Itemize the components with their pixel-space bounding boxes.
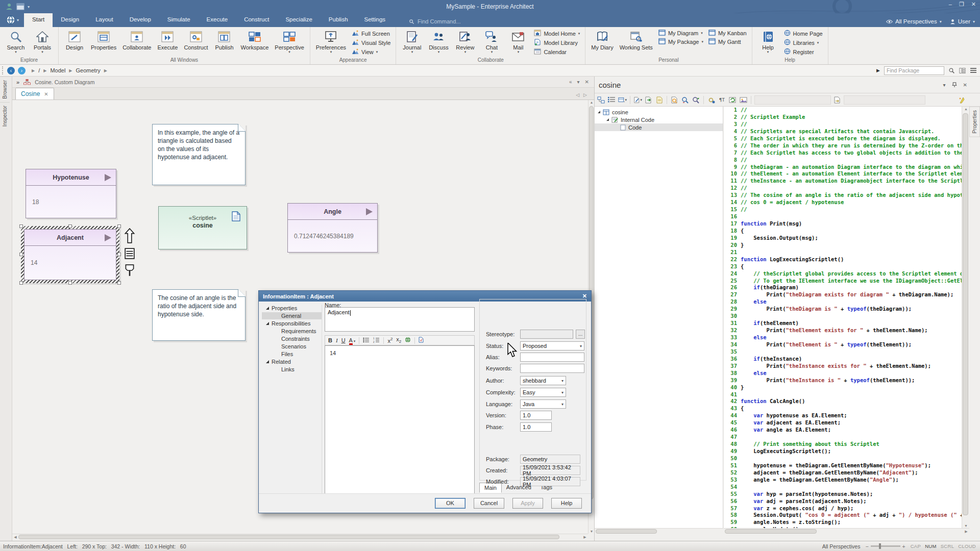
collapse-left-icon[interactable]: « [569,79,572,85]
merge-icon[interactable] [833,96,842,104]
ribbon-tab-settings[interactable]: Settings [356,13,394,27]
tab-cosine[interactable]: Cosine ✕ [15,88,54,99]
subscript-button[interactable]: x2 [396,336,401,344]
home-page-button[interactable]: Home Page [784,30,823,37]
element-hypotenuse[interactable]: Hypotenuse 18 [26,169,116,218]
author-field[interactable]: shebbard▾ [520,376,566,385]
dialog-tree-item-requirements[interactable]: Requirements [262,328,322,335]
my-gantt-button[interactable]: My Gantt [708,38,747,45]
code-editor[interactable]: 1//2// Scriptlet Example3//4// Scriptlet… [724,107,962,528]
preferences-button[interactable]: Preferences▾ [313,29,349,57]
code-horizontal-scrollbar[interactable]: ▶ [724,528,969,535]
help-button[interactable]: Help▾ [755,29,781,57]
my-kanban-button[interactable]: My Kanban [708,30,747,37]
tab-scroll-right-icon[interactable]: ▷ [583,92,587,97]
model-home-button[interactable]: Model Home▾ [534,30,580,37]
resize-handle[interactable] [19,253,23,256]
search-button[interactable]: Search▾ [3,29,29,57]
breadcrumb-item[interactable]: / [38,67,40,73]
full-screen-button[interactable]: Full Screen [352,30,390,37]
apply-button[interactable]: Apply [512,498,543,509]
keywords-field[interactable] [520,364,584,373]
dialog-tree-item-links[interactable]: Links [262,366,322,373]
search-options-icon[interactable] [959,67,966,74]
dialog-tree-item-responsibilities[interactable]: Responsibilities [262,320,322,327]
new-document-button[interactable] [419,337,424,344]
tree-expander-icon[interactable] [266,322,269,325]
stereotype-browse-button[interactable]: ... [576,330,585,339]
resize-handle[interactable] [117,224,121,228]
portals-button[interactable]: Portals▾ [30,29,55,57]
nav-forward-button[interactable]: › [18,67,26,74]
image-icon[interactable] [739,96,748,104]
breadcrumb-item[interactable]: Model [50,67,65,73]
mail-button[interactable]: Mail▾ [505,29,531,57]
caption-close-icon[interactable]: ✕ [585,79,589,85]
import-code-icon[interactable] [644,96,653,104]
code-tree-item-internal-code[interactable]: Internal Code [595,116,723,123]
collaborate-button[interactable]: Collaborate [120,29,154,57]
menu-icon[interactable] [970,67,977,73]
code-tree-item-cosine[interactable]: cosine [595,108,723,116]
ribbon-tab-develop[interactable]: Develop [121,13,159,27]
list-view-icon[interactable] [607,96,616,104]
perspectives-button[interactable]: All Perspectives▾ [886,18,942,24]
element-angle[interactable]: Angle 0.7124746245384189 [287,203,378,253]
calendar-button[interactable]: Calendar [534,48,580,56]
ribbon-tab-execute[interactable]: Execute [199,13,236,27]
tree-horizontal-scrollbar[interactable] [595,528,723,535]
chevron-overflow-icon[interactable]: » [16,79,19,85]
find-command[interactable] [409,18,484,24]
panel-dropdown-icon[interactable]: ▾ [943,82,946,88]
ribbon-tab-simulate[interactable]: Simulate [159,13,199,27]
inspector-vertical-tab[interactable]: Inspector [0,102,10,130]
stereotype-field[interactable] [520,330,573,339]
browser-vertical-tab[interactable]: Browser [0,77,10,102]
code-vertical-scrollbar[interactable]: ▲ ▼ [962,107,969,528]
dialog-tree-item-constraints[interactable]: Constraints [262,335,322,342]
ribbon-tab-layout[interactable]: Layout [87,13,121,27]
resize-handle[interactable] [19,281,23,285]
diagram-note[interactable]: In this example, the angle of a triangle… [152,124,246,185]
user-menu-button[interactable]: User▾ [950,18,975,24]
language-field[interactable]: Java▾ [520,399,566,409]
move-up-icon[interactable] [124,228,135,243]
ribbon-tab-publish[interactable]: Publish [321,13,356,27]
search-package-icon[interactable] [948,67,955,74]
dialog-tree-item-files[interactable]: Files [262,350,322,358]
bold-button[interactable]: B [328,337,332,343]
find-next-icon[interactable] [692,96,700,104]
version-field[interactable]: 1.0 [520,411,552,420]
underline-button[interactable]: U [341,337,346,343]
status-perspectives[interactable]: All Perspectives [822,543,861,549]
properties-button[interactable]: Properties [88,29,119,57]
canvas-horizontal-scrollbar[interactable]: ◀ ▶ [12,534,588,540]
document-icon[interactable] [655,96,664,104]
pin-icon[interactable] [124,264,135,277]
perspective-button[interactable]: Perspective▾ [272,29,306,57]
ribbon-tab-start[interactable]: Start [24,13,53,27]
find-in-document-icon[interactable] [670,96,679,104]
tree-expander-icon[interactable] [598,111,600,113]
status-field[interactable]: Proposed▾ [520,341,584,350]
chat-button[interactable]: Chat▾ [479,29,504,57]
italic-button[interactable]: I [336,337,338,343]
pin-panel-icon[interactable] [952,82,957,88]
resize-handle[interactable] [117,281,121,285]
hyperlink-button[interactable] [405,337,411,344]
libraries-button[interactable]: Libraries▾ [784,39,823,46]
ribbon-tab-construct[interactable]: Construct [236,13,277,27]
tab-scroll-left-icon[interactable]: ◁ [576,92,579,97]
dialog-tree-item-general[interactable]: General [262,312,322,319]
resize-handle[interactable] [68,224,72,228]
numbered-list-button[interactable]: 12 [373,337,380,344]
find-package-input[interactable] [884,66,944,75]
features-list-icon[interactable] [124,248,135,259]
element-adjacent[interactable]: Adjacent 14 [24,229,116,280]
diagram-note[interactable]: The cosine of an angle is the ratio of t… [152,289,246,341]
tree-expander-icon[interactable] [606,118,609,121]
review-button[interactable]: Review▾ [452,29,478,57]
properties-vertical-tab[interactable]: Properties [969,107,980,137]
notes-field[interactable]: 14 [325,345,475,494]
ok-button[interactable]: OK [435,498,465,509]
